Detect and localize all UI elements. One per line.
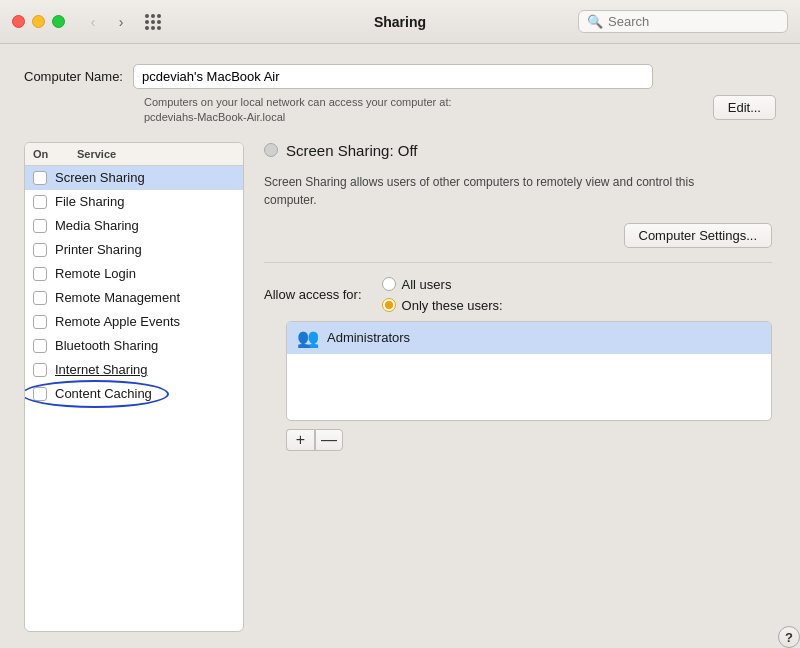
forward-arrow[interactable]: › — [109, 10, 133, 34]
radio-only-users-label: Only these users: — [402, 298, 503, 313]
service-description: Screen Sharing allows users of other com… — [264, 173, 704, 209]
close-button[interactable] — [12, 15, 25, 28]
service-name-screen-sharing: Screen Sharing — [55, 170, 145, 185]
radio-all-users-row[interactable]: All users — [382, 277, 503, 292]
services-panel: On Service Screen Sharing File Sharing M… — [24, 142, 244, 632]
computer-settings-button[interactable]: Computer Settings... — [624, 223, 773, 248]
service-item-remote-management[interactable]: Remote Management — [25, 286, 243, 310]
services-detail: On Service Screen Sharing File Sharing M… — [24, 142, 776, 632]
service-checkbox-file-sharing[interactable] — [33, 195, 47, 209]
maximize-button[interactable] — [52, 15, 65, 28]
edit-button[interactable]: Edit... — [713, 95, 776, 120]
service-item-printer-sharing[interactable]: Printer Sharing — [25, 238, 243, 262]
computer-name-section: Computer Name: Computers on your local n… — [24, 64, 776, 126]
col-service-header: Service — [77, 148, 116, 160]
computer-name-input[interactable] — [133, 64, 653, 89]
service-item-file-sharing[interactable]: File Sharing — [25, 190, 243, 214]
add-remove-row: + — — [286, 429, 772, 451]
col-on-header: On — [33, 148, 57, 160]
access-row: Allow access for: All users Only these u… — [264, 277, 772, 313]
service-checkbox-bluetooth-sharing[interactable] — [33, 339, 47, 353]
traffic-lights — [12, 15, 65, 28]
service-name-internet-sharing: Internet Sharing — [55, 362, 148, 377]
back-arrow[interactable]: ‹ — [81, 10, 105, 34]
service-item-internet-sharing[interactable]: Internet Sharing — [25, 358, 243, 382]
service-name-media-sharing: Media Sharing — [55, 218, 139, 233]
service-checkbox-internet-sharing[interactable] — [33, 363, 47, 377]
radio-group: All users Only these users: — [382, 277, 503, 313]
service-checkbox-media-sharing[interactable] — [33, 219, 47, 233]
computer-name-row: Computer Name: — [24, 64, 776, 89]
service-name-content-caching: Content Caching — [55, 386, 152, 401]
grid-dots — [145, 14, 161, 30]
service-name-remote-management: Remote Management — [55, 290, 180, 305]
service-checkbox-content-caching[interactable] — [33, 387, 47, 401]
nav-arrows: ‹ › — [81, 10, 133, 34]
service-status-label: Screen Sharing: Off — [286, 142, 417, 159]
service-checkbox-printer-sharing[interactable] — [33, 243, 47, 257]
access-section: Allow access for: All users Only these u… — [264, 277, 772, 451]
service-name-remote-apple-events: Remote Apple Events — [55, 314, 180, 329]
users-list: 👥 Administrators — [286, 321, 772, 421]
user-icon: 👥 — [297, 327, 319, 349]
minimize-button[interactable] — [32, 15, 45, 28]
service-checkbox-remote-management[interactable] — [33, 291, 47, 305]
service-checkbox-remote-login[interactable] — [33, 267, 47, 281]
service-checkbox-remote-apple-events[interactable] — [33, 315, 47, 329]
service-name-printer-sharing: Printer Sharing — [55, 242, 142, 257]
service-item-content-caching[interactable]: Content Caching — [25, 382, 243, 406]
app-grid-icon[interactable] — [145, 14, 161, 30]
detail-panel: Screen Sharing: Off Screen Sharing allow… — [260, 142, 776, 632]
user-item-administrators[interactable]: 👥 Administrators — [287, 322, 771, 354]
search-input[interactable] — [608, 14, 779, 29]
service-name-bluetooth-sharing: Bluetooth Sharing — [55, 338, 158, 353]
help-button[interactable]: ? — [778, 626, 800, 648]
service-name-file-sharing: File Sharing — [55, 194, 124, 209]
computer-name-label: Computer Name: — [24, 69, 123, 84]
radio-all-users-label: All users — [402, 277, 452, 292]
service-checkbox-screen-sharing[interactable] — [33, 171, 47, 185]
remove-button[interactable]: — — [315, 429, 343, 451]
titlebar: ‹ › Sharing 🔍 — [0, 0, 800, 44]
main-content: Computer Name: Computers on your local n… — [0, 44, 800, 648]
service-item-remote-apple-events[interactable]: Remote Apple Events — [25, 310, 243, 334]
search-icon: 🔍 — [587, 14, 603, 29]
window-title: Sharing — [374, 14, 426, 30]
user-name-administrators: Administrators — [327, 330, 410, 345]
titlebar-title-text: Sharing — [374, 14, 426, 30]
search-box[interactable]: 🔍 — [578, 10, 788, 33]
divider — [264, 262, 772, 263]
radio-only-users-row[interactable]: Only these users: — [382, 298, 503, 313]
services-header: On Service — [25, 143, 243, 166]
radio-all-users[interactable] — [382, 277, 396, 291]
status-indicator — [264, 143, 278, 157]
access-label: Allow access for: — [264, 287, 362, 302]
service-name-remote-login: Remote Login — [55, 266, 136, 281]
radio-only-users[interactable] — [382, 298, 396, 312]
service-item-remote-login[interactable]: Remote Login — [25, 262, 243, 286]
add-button[interactable]: + — [286, 429, 314, 451]
service-status-row: Screen Sharing: Off — [264, 142, 772, 159]
computer-name-hint: Computers on your local network can acce… — [144, 95, 452, 126]
service-item-screen-sharing[interactable]: Screen Sharing — [25, 166, 243, 190]
computer-settings-row: Computer Settings... — [264, 223, 772, 248]
service-item-media-sharing[interactable]: Media Sharing — [25, 214, 243, 238]
service-item-bluetooth-sharing[interactable]: Bluetooth Sharing — [25, 334, 243, 358]
